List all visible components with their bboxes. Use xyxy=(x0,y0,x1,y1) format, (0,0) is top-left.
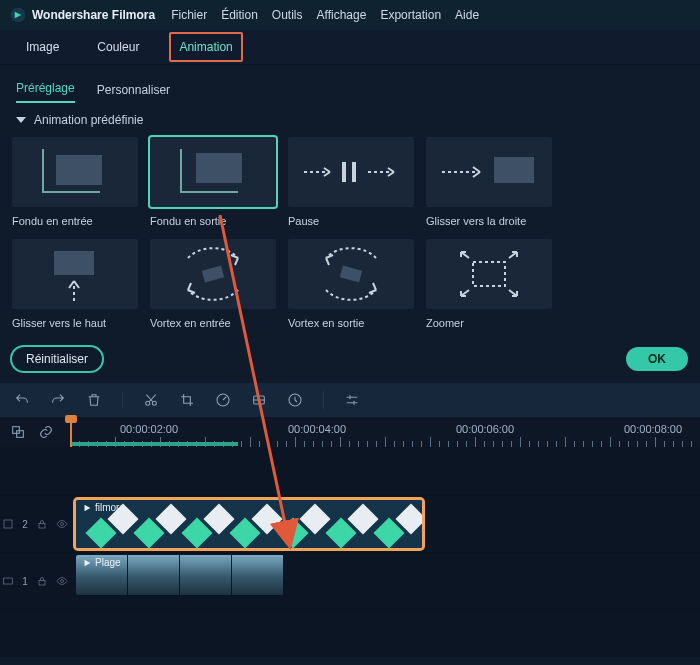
svg-rect-17 xyxy=(4,520,12,528)
track-id: 2 xyxy=(22,519,28,530)
lock-icon[interactable] xyxy=(36,575,48,587)
section-header[interactable]: Animation prédéfinie xyxy=(0,103,700,137)
track-video[interactable]: 1 Plage xyxy=(0,553,700,610)
overlay-icon[interactable] xyxy=(10,424,26,440)
clip-title: Plage xyxy=(82,557,121,568)
undo-icon[interactable] xyxy=(14,392,30,408)
menu-file[interactable]: Fichier xyxy=(171,8,207,22)
eye-icon[interactable] xyxy=(56,518,68,530)
svg-rect-9 xyxy=(473,262,505,286)
tab-color[interactable]: Couleur xyxy=(89,34,147,60)
toolbar-divider xyxy=(323,391,324,409)
preset-label: Fondu en entrée xyxy=(12,215,138,227)
preset-vortex-out[interactable]: Vortex en sortie xyxy=(288,239,414,329)
track-head: 1 xyxy=(0,553,70,609)
subtab-preset[interactable]: Préréglage xyxy=(16,81,75,103)
video-track-icon xyxy=(2,575,14,587)
svg-rect-7 xyxy=(202,266,224,283)
main-menu: Fichier Édition Outils Affichage Exporta… xyxy=(171,8,479,22)
speed-icon[interactable] xyxy=(215,392,231,408)
chevron-down-icon xyxy=(16,117,26,123)
titlebar: Wondershare Filmora Fichier Édition Outi… xyxy=(0,0,700,30)
clip-title: filmora xyxy=(82,502,125,513)
tab-image[interactable]: Image xyxy=(18,34,67,60)
adjust-icon[interactable] xyxy=(344,392,360,408)
brand: Wondershare Filmora xyxy=(10,7,155,23)
redo-icon[interactable] xyxy=(50,392,66,408)
svg-rect-21 xyxy=(39,581,45,586)
preset-label: Vortex en entrée xyxy=(150,317,276,329)
preset-slide-up[interactable]: Glisser vers le haut xyxy=(12,239,138,329)
preset-fade-in[interactable]: Fondu en entrée xyxy=(12,137,138,227)
track-id: 1 xyxy=(22,576,28,587)
lock-icon[interactable] xyxy=(36,518,48,530)
track-fx[interactable]: 2 filmora xyxy=(0,496,700,553)
svg-rect-20 xyxy=(4,578,13,584)
menu-help[interactable]: Aide xyxy=(455,8,479,22)
property-tabs: Image Couleur Animation xyxy=(0,30,700,65)
preset-label: Glisser vers la droite xyxy=(426,215,552,227)
preset-label: Fondu en sortie xyxy=(150,215,276,227)
effects-track-icon xyxy=(2,518,14,530)
freeze-icon[interactable] xyxy=(287,392,303,408)
toolbar-divider xyxy=(122,391,123,409)
crop-icon[interactable] xyxy=(179,392,195,408)
menu-tools[interactable]: Outils xyxy=(272,8,303,22)
timeline-tracks: 2 filmora 1 xyxy=(0,447,700,657)
svg-rect-18 xyxy=(39,524,45,529)
preset-label: Glisser vers le haut xyxy=(12,317,138,329)
timeline-toolbar xyxy=(0,383,700,417)
menu-edit[interactable]: Édition xyxy=(221,8,258,22)
play-range xyxy=(70,442,238,446)
brand-name: Wondershare Filmora xyxy=(32,8,155,22)
preset-label: Pause xyxy=(288,215,414,227)
action-row: Réinitialiser OK xyxy=(0,335,700,383)
link-icon[interactable] xyxy=(38,424,54,440)
svg-rect-8 xyxy=(340,266,362,283)
svg-point-22 xyxy=(60,580,63,583)
ok-button[interactable]: OK xyxy=(626,347,688,371)
track-spacer xyxy=(0,447,700,496)
brand-logo-icon xyxy=(10,7,26,23)
app-root: { "titlebar": { "brand": "Wondershare Fi… xyxy=(0,0,700,665)
preset-zoom[interactable]: Zoomer xyxy=(426,239,552,329)
eye-icon[interactable] xyxy=(56,575,68,587)
video-clip[interactable]: Plage xyxy=(76,555,284,595)
section-title: Animation prédéfinie xyxy=(34,113,143,127)
clip-icon xyxy=(82,503,92,513)
menu-view[interactable]: Affichage xyxy=(317,8,367,22)
preset-pause[interactable]: Pause xyxy=(288,137,414,227)
svg-rect-16 xyxy=(17,431,24,438)
delete-icon[interactable] xyxy=(86,392,102,408)
reset-button[interactable]: Réinitialiser xyxy=(10,345,104,373)
timeline-ruler[interactable]: 00:00:02:00 00:00:04:00 00:00:06:00 00:0… xyxy=(0,417,700,447)
clip-icon xyxy=(82,558,92,568)
svg-rect-15 xyxy=(13,427,20,434)
fx-clip[interactable]: filmora xyxy=(76,500,422,548)
preset-grid: Fondu en entrée Fondu en sortie Pause Gl… xyxy=(0,137,700,335)
preset-slide-right[interactable]: Glisser vers la droite xyxy=(426,137,552,227)
tab-animation[interactable]: Animation xyxy=(169,32,242,62)
track-head: 2 xyxy=(0,496,70,552)
svg-point-19 xyxy=(60,523,63,526)
preset-label: Zoomer xyxy=(426,317,552,329)
sub-tabs: Préréglage Personnaliser xyxy=(0,65,700,103)
cut-icon[interactable] xyxy=(143,392,159,408)
color-icon[interactable] xyxy=(251,392,267,408)
preset-label: Vortex en sortie xyxy=(288,317,414,329)
subtab-customize[interactable]: Personnaliser xyxy=(97,83,170,103)
preset-fade-out[interactable]: Fondu en sortie xyxy=(150,137,276,227)
menu-export[interactable]: Exportation xyxy=(380,8,441,22)
preset-vortex-in[interactable]: Vortex en entrée xyxy=(150,239,276,329)
